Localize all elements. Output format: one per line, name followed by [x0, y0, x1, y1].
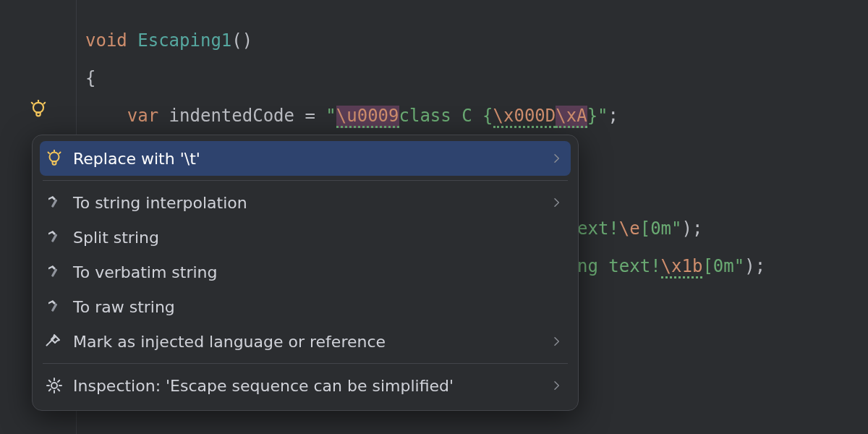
- keyword-var: var: [127, 106, 158, 126]
- action-split-string[interactable]: Split string: [40, 220, 571, 255]
- keyword-void: void: [85, 30, 127, 51]
- intention-actions-popup[interactable]: Replace with '\t' To string interpolatio…: [32, 135, 579, 411]
- action-label: To string interpolation: [73, 194, 543, 212]
- separator: [43, 363, 568, 364]
- method-name: Escaping1: [137, 30, 231, 51]
- frag1-text: ext!: [577, 218, 619, 239]
- frag1-esc: \e: [619, 218, 640, 239]
- semicolon: ;: [608, 106, 618, 126]
- action-label: Inspection: 'Escape sequence can be simp…: [73, 377, 543, 395]
- identifier: indentedCode: [169, 106, 294, 126]
- chevron-right-icon: [552, 377, 563, 394]
- equals: =: [294, 106, 326, 126]
- intention-bulb-gutter[interactable]: [27, 98, 49, 120]
- string-open-quote: ": [326, 106, 336, 126]
- frag2-text: ng text!: [577, 256, 661, 276]
- separator: [43, 180, 568, 181]
- action-to-verbatim-string[interactable]: To verbatim string: [40, 255, 571, 289]
- action-to-string-interpolation[interactable]: To string interpolation: [40, 185, 571, 220]
- frag2-esc: \x1b: [661, 256, 703, 278]
- action-inspection-settings[interactable]: Inspection: 'Escape sequence can be simp…: [40, 368, 571, 403]
- code-editor[interactable]: void Escaping1() { var indentedCode = "\…: [85, 22, 618, 135]
- action-label: Mark as injected language or reference: [73, 333, 543, 351]
- chevron-right-icon: [552, 333, 563, 350]
- frag2-close: );: [744, 256, 765, 276]
- code-fragment-1: ext!\e[0m");: [577, 210, 702, 247]
- code-fragment-2: ng text!\x1b[0m");: [577, 247, 765, 285]
- escape-xa: \xA: [556, 106, 587, 128]
- open-brace: {: [85, 68, 95, 88]
- pin-icon: [44, 331, 64, 352]
- string-close-quote: ": [597, 106, 608, 126]
- chevron-right-icon: [552, 150, 563, 167]
- escape-u0009: \u0009: [336, 106, 399, 128]
- action-label: To raw string: [73, 298, 563, 316]
- action-to-raw-string[interactable]: To raw string: [40, 289, 571, 324]
- frag1-tail: [0m": [640, 218, 682, 239]
- gear-icon: [44, 375, 64, 396]
- action-label: Split string: [73, 229, 563, 247]
- hammer-icon: [44, 227, 64, 247]
- action-mark-injected-language[interactable]: Mark as injected language or reference: [40, 324, 571, 359]
- action-label: To verbatim string: [73, 263, 563, 281]
- string-text: class C {: [399, 106, 493, 126]
- bulb-icon: [44, 148, 64, 169]
- frag1-close: );: [682, 218, 703, 239]
- escape-x000d: \x000D: [493, 106, 556, 128]
- string-close-brace: }: [587, 106, 597, 126]
- hammer-icon: [44, 192, 64, 213]
- frag2-tail: [0m": [702, 256, 744, 276]
- action-replace-with-tab[interactable]: Replace with '\t': [40, 141, 571, 176]
- action-label: Replace with '\t': [73, 150, 543, 168]
- hammer-icon: [44, 262, 64, 282]
- hammer-icon: [44, 297, 64, 317]
- parens: (): [231, 30, 252, 51]
- chevron-right-icon: [552, 194, 563, 211]
